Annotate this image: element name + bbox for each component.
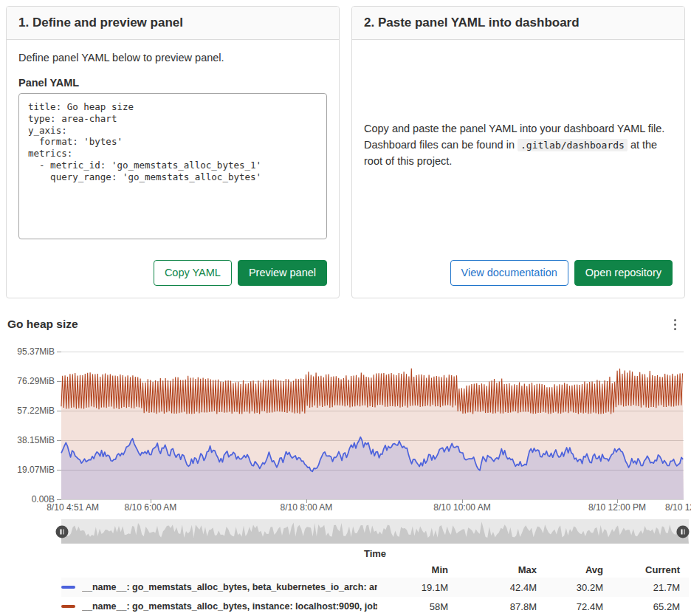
y-tick-label: 38.15MiB [6, 435, 55, 445]
define-panel-card-footer: Copy YAML Preview panel [18, 260, 327, 286]
paste-yaml-card: 2. Paste panel YAML into dashboard Copy … [351, 6, 685, 298]
legend-column-header: Min [377, 564, 448, 575]
x-tick-label: 8/10 6:00 AM [125, 502, 177, 513]
chart-plot[interactable] [61, 352, 684, 499]
cards-row: 1. Define and preview panel Define panel… [0, 0, 691, 298]
preview-panel-button[interactable]: Preview panel [238, 260, 327, 286]
chart-menu-kebab-icon[interactable] [668, 318, 682, 332]
slider-waveform [61, 519, 689, 544]
paste-yaml-card-title: 2. Paste panel YAML into dashboard [364, 16, 580, 30]
paste-yaml-card-footer: View documentation Open repository [364, 260, 673, 286]
define-panel-card-body: Define panel YAML below to preview panel… [7, 40, 339, 298]
legend-row[interactable]: __name__: go_memstats_alloc_bytes, beta_… [61, 578, 689, 597]
series-name: __name__: go_memstats_alloc_bytes, beta_… [82, 582, 377, 592]
chart-title-row: Go heap size [6, 318, 685, 334]
series-stat-min: 58M [377, 601, 448, 612]
legend-table: MinMaxAvgCurrent __name__: go_memstats_a… [61, 561, 689, 616]
define-panel-card: 1. Define and preview panel Define panel… [6, 6, 340, 298]
slider-handle-right[interactable] [677, 525, 690, 538]
series-stat-max: 87.8M [448, 601, 537, 612]
dashboards-path-code: .gitlab/dashboards [518, 139, 628, 151]
series-stat-min: 19.1M [377, 582, 448, 593]
series-stat-avg: 72.4M [537, 601, 603, 612]
legend-header-row: MinMaxAvgCurrent [61, 561, 689, 578]
series-swatch-icon [61, 605, 75, 608]
chart-title: Go heap size [7, 318, 78, 331]
time-range-slider[interactable] [61, 519, 689, 544]
paste-yaml-card-body: Copy and paste the panel YAML into your … [352, 40, 684, 298]
x-tick-label: 8/10 10:00 AM [433, 502, 490, 513]
view-documentation-button[interactable]: View documentation [450, 260, 568, 286]
open-repository-button[interactable]: Open repository [574, 260, 673, 286]
legend-column-header: Avg [537, 564, 603, 575]
series-stat-max: 42.4M [448, 582, 537, 593]
series-stat-current: 21.7M [603, 582, 680, 593]
define-panel-card-header: 1. Define and preview panel [7, 7, 339, 40]
paste-yaml-description: Copy and paste the panel YAML into your … [364, 121, 673, 169]
area-chart-svg [61, 352, 684, 499]
series-stat-current: 65.2M [603, 601, 680, 612]
chart-area: 95.37MiB76.29MiB57.22MiB38.15MiB19.07MiB… [6, 352, 685, 514]
define-panel-card-title: 1. Define and preview panel [18, 16, 183, 30]
x-tick-label: 8/10 12:5 [665, 502, 691, 513]
y-tick-label: 57.22MiB [6, 405, 55, 416]
x-tick-label: 8/10 4:51 AM [47, 502, 99, 513]
y-tick-label: 95.37MiB [6, 346, 55, 357]
panel-yaml-input[interactable]: title: Go heap size type: area-chart y_a… [18, 93, 327, 239]
copy-yaml-button[interactable]: Copy YAML [154, 260, 232, 286]
x-axis-title: Time [61, 548, 689, 559]
y-tick-label: 19.07MiB [6, 465, 55, 475]
x-tick-label: 8/10 12:00 PM [588, 502, 646, 513]
slider-handle-left[interactable] [56, 525, 69, 538]
panel-yaml-label: Panel YAML [18, 77, 327, 89]
legend-row[interactable]: __name__: go_memstats_alloc_bytes, insta… [61, 597, 689, 616]
y-tick-label: 76.29MiB [6, 376, 55, 386]
paste-yaml-card-header: 2. Paste panel YAML into dashboard [352, 7, 684, 40]
series-swatch-icon [61, 586, 75, 589]
legend-column-header: Current [603, 564, 680, 575]
panel-preview-page: 1. Define and preview panel Define panel… [0, 0, 691, 616]
y-axis: 95.37MiB76.29MiB57.22MiB38.15MiB19.07MiB… [6, 352, 58, 499]
series-stat-avg: 30.2M [537, 582, 603, 593]
series-name: __name__: go_memstats_alloc_bytes, insta… [82, 601, 377, 612]
legend-column-header: Max [448, 564, 537, 575]
x-tick-label: 8/10 8:00 AM [281, 502, 333, 513]
chart-panel: Go heap size 95.37MiB76.29MiB57.22MiB38.… [0, 318, 691, 616]
x-axis: 8/10 4:51 AM8/10 6:00 AM8/10 8:00 AM8/10… [61, 499, 684, 514]
define-panel-description: Define panel YAML below to preview panel… [18, 50, 327, 66]
